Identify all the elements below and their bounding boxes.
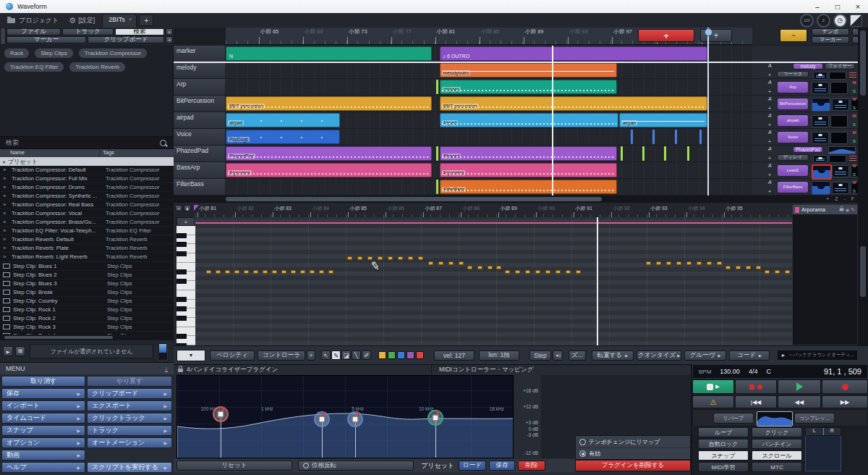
filter-tag[interactable]: Step Clips xyxy=(34,48,73,59)
transport-option-クリック[interactable]: クリック xyxy=(752,427,802,437)
list-item[interactable]: Step Clip: Blues 2Step Clips xyxy=(0,271,174,279)
clip-melodyoutro[interactable]: melodyoutro xyxy=(440,63,617,77)
midi-note[interactable] xyxy=(505,270,510,274)
transport-option-スナップ[interactable]: スナップ xyxy=(698,450,749,461)
level-meter[interactable] xyxy=(830,115,848,127)
midi-note[interactable] xyxy=(272,270,277,274)
list-item[interactable]: »Tracktion Reverb: PlateTracktion Reverb xyxy=(0,244,174,253)
track-chip-BitPercussion[interactable]: BitPercussion xyxy=(777,98,809,110)
auto-read-button[interactable]: ▶ xyxy=(692,379,734,394)
automation-handle[interactable]: A xyxy=(768,180,772,185)
time-signature[interactable]: 4/4 xyxy=(749,368,758,375)
search-close-button[interactable]: × xyxy=(166,28,173,35)
track-name-airpad[interactable]: airpad xyxy=(174,112,225,129)
midi-note[interactable] xyxy=(234,270,239,274)
menu-item-3[interactable]: スナップ▶ xyxy=(1,425,85,436)
midi-note[interactable] xyxy=(576,270,581,274)
midi-note[interactable] xyxy=(736,266,741,269)
solo-button[interactable]: S xyxy=(853,139,856,143)
mute-button[interactable]: M xyxy=(853,80,856,85)
black-key[interactable] xyxy=(176,297,187,302)
line-tool[interactable]: ╲ xyxy=(352,350,361,360)
note-color-swatch[interactable] xyxy=(407,351,414,359)
midi-note[interactable] xyxy=(566,270,571,274)
track-name-FilterBass[interactable]: FilterBass xyxy=(174,179,225,196)
track-name-BassArp[interactable]: BassArp xyxy=(174,162,225,179)
accent-clip[interactable] xyxy=(436,80,438,94)
midi-note[interactable] xyxy=(291,270,296,274)
midi-note[interactable] xyxy=(765,270,770,274)
maximize-button[interactable]: □ xyxy=(827,3,848,11)
minimize-button[interactable]: – xyxy=(807,3,827,11)
list-item[interactable]: Step Clip: BreakStep Clips xyxy=(0,288,174,297)
list-item[interactable]: »Tracktion Compressor: DefaultTracktion … xyxy=(0,166,174,175)
black-key[interactable] xyxy=(176,279,187,284)
knob-2[interactable]: 2 xyxy=(817,14,830,28)
rewind-button[interactable]: ◀◀ xyxy=(778,395,821,408)
edit-cursor-line[interactable] xyxy=(707,28,709,196)
track-lane-Arp[interactable]: chiparp xyxy=(226,79,752,96)
select-tool[interactable]: ↖ xyxy=(321,350,331,360)
clip-airpad[interactable]: Airpad xyxy=(440,113,619,127)
midi-note[interactable] xyxy=(646,261,651,265)
list-item[interactable]: Step Clip: Rock 3Step Clips xyxy=(0,323,174,332)
eye-icon[interactable]: ◉ xyxy=(846,207,849,212)
add-plugin-handle[interactable]: + xyxy=(768,139,771,144)
marker-button[interactable]: マーカー xyxy=(812,36,849,43)
volume-fader-icon[interactable] xyxy=(813,72,827,80)
menu-item-r4[interactable]: オートメーション▶ xyxy=(87,437,172,448)
solo-button[interactable]: S xyxy=(853,89,856,93)
mute-solo[interactable]: MS xyxy=(851,80,857,93)
list-item[interactable]: Step Clip: CountryStep Clips xyxy=(0,297,174,306)
eraser-tool[interactable]: ◪ xyxy=(341,350,351,360)
automation-handle[interactable]: A xyxy=(768,113,772,118)
track-lane-marker[interactable]: N♪ 6 OUTRO xyxy=(226,46,752,62)
midi-note[interactable] xyxy=(477,266,482,269)
pencil-icon[interactable]: ✎ xyxy=(851,207,855,213)
midi-note[interactable] xyxy=(347,256,352,260)
filter-tag[interactable]: Tracktion Compressor xyxy=(78,48,148,59)
list-item[interactable]: »Tracktion Compressor: Full MixTracktion… xyxy=(0,175,174,183)
groove-button[interactable]: グルーヴ▶ xyxy=(684,350,726,361)
chord-button[interactable]: コード▶ xyxy=(729,350,770,361)
tempo-button[interactable]: テンポ xyxy=(812,28,849,35)
black-key[interactable] xyxy=(176,306,187,311)
panel-handle[interactable] xyxy=(0,28,6,45)
edit-cursor-handle[interactable] xyxy=(705,28,712,36)
midi-note[interactable] xyxy=(656,261,661,265)
black-key[interactable] xyxy=(176,251,187,256)
playhead-position[interactable]: 91, 1 , 509 xyxy=(824,367,861,376)
track-lane-Voice[interactable]: PsyDogs xyxy=(226,129,752,146)
clip-8bit-percussion[interactable]: 8BIT percussion xyxy=(226,96,432,111)
clip-filterbass[interactable]: FilterBass xyxy=(440,180,617,194)
remap-option[interactable]: テンポチェンジにリマップ xyxy=(576,436,690,448)
clipboard-menu-button[interactable]: クリップボード xyxy=(88,36,164,43)
synth-plugin-icon[interactable] xyxy=(812,164,832,180)
col-name[interactable]: Name xyxy=(0,149,100,157)
transpose-button[interactable]: 転置する▶ xyxy=(592,350,634,361)
accent-clip[interactable] xyxy=(699,130,702,144)
filter-tag[interactable]: Rack xyxy=(4,48,30,59)
clip-airpad[interactable]: airpad xyxy=(226,113,340,127)
close-button[interactable]: × xyxy=(848,2,868,11)
step-toggle[interactable]: Step xyxy=(529,350,551,361)
accent-clip[interactable] xyxy=(621,146,623,161)
transport-option-MIDI学習[interactable]: MIDI学習 xyxy=(698,462,749,472)
preview-play-button[interactable]: ▶ xyxy=(3,346,13,356)
midi-note[interactable] xyxy=(746,266,751,269)
timeline-vscrollbar[interactable] xyxy=(858,28,868,196)
list-item[interactable]: »Tracktion Compressor: Synthetic ...Trac… xyxy=(0,192,174,201)
key-label[interactable]: C xyxy=(766,368,771,375)
track-chip-FilterBass[interactable]: FilterBass xyxy=(777,181,809,193)
controller-button[interactable]: コントローラ xyxy=(258,350,305,361)
zoom-button[interactable]: ズ... xyxy=(569,350,586,361)
solo-button[interactable]: S xyxy=(853,172,856,177)
volume-fader-icon[interactable] xyxy=(812,132,829,144)
clip-n[interactable]: N xyxy=(226,46,432,61)
velocity-button[interactable]: ベロシティ xyxy=(210,350,255,361)
list-item[interactable]: »Tracktion Compressor: Real BassTracktio… xyxy=(0,201,174,209)
clock-icon[interactable]: ◷ xyxy=(833,14,847,28)
mute-button[interactable]: M xyxy=(853,130,856,135)
list-item[interactable]: »Tracktion Compressor: Brass/Gu...Trackt… xyxy=(0,218,174,227)
plugin-chip-コーラス[interactable]: コーラス xyxy=(777,71,809,77)
